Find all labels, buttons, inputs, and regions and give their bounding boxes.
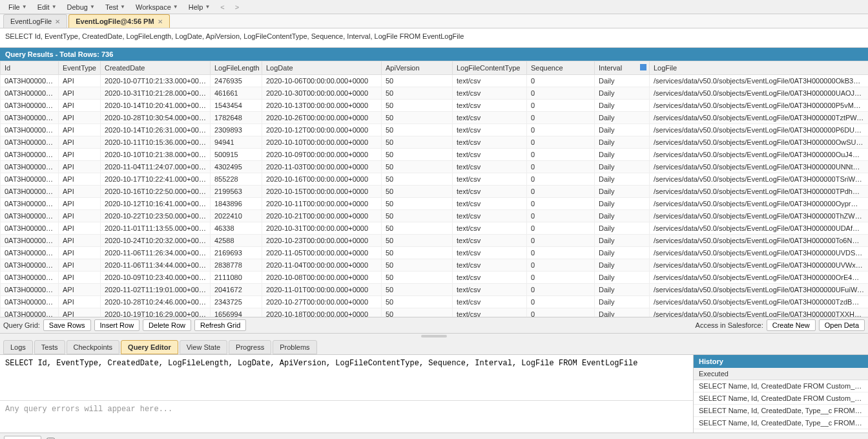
bottom-tab-checkpoints[interactable]: Checkpoints <box>67 340 120 354</box>
table-row[interactable]: 0AT3H000000TP...API2020-10-16T10:22:50.0… <box>1 186 869 198</box>
table-cell[interactable]: 0AT3H000000Ow... <box>1 136 59 149</box>
table-row[interactable]: 0AT3H000000P6...API2020-10-14T10:26:31.0… <box>1 124 869 136</box>
soql-input[interactable] <box>0 355 693 400</box>
table-cell[interactable]: Daily <box>595 161 650 173</box>
table-cell[interactable]: 2020-10-10T10:21:38.000+0000 <box>101 149 211 161</box>
table-cell[interactable]: 0AT3H000000UN... <box>1 161 59 173</box>
nav-back[interactable]: < <box>215 1 229 13</box>
close-icon[interactable]: ✕ <box>158 18 163 25</box>
table-cell[interactable]: 1843896 <box>211 198 262 210</box>
table-cell[interactable]: /services/data/v50.0/sobjects/EventLogFi… <box>650 112 869 124</box>
table-cell[interactable]: text/csv <box>453 210 527 222</box>
column-header[interactable]: LogFile <box>650 61 869 75</box>
table-cell[interactable]: 2020-10-22T10:23:50.000+0000 <box>101 210 211 222</box>
table-cell[interactable]: 50 <box>382 272 453 284</box>
table-cell[interactable]: Daily <box>595 259 650 272</box>
table-cell[interactable]: API <box>59 247 101 259</box>
table-cell[interactable]: 2020-10-09T00:00:00.000+0000 <box>262 149 382 161</box>
table-row[interactable]: 0AT3H000000Or...API2020-10-09T10:23:40.0… <box>1 272 869 284</box>
bottom-tab-logs[interactable]: Logs <box>3 340 33 354</box>
table-cell[interactable]: 2020-10-08T00:00:00.000+0000 <box>262 272 382 284</box>
table-cell[interactable]: API <box>59 210 101 222</box>
table-cell[interactable]: 2020-11-04T11:24:07.000+0000 <box>101 161 211 173</box>
table-cell[interactable]: Daily <box>595 272 650 284</box>
open-detail-button[interactable]: Open Deta <box>819 319 865 331</box>
table-cell[interactable]: 2022410 <box>211 210 262 222</box>
table-cell[interactable]: /services/data/v50.0/sobjects/EventLogFi… <box>650 272 869 284</box>
table-cell[interactable]: text/csv <box>453 100 527 112</box>
table-cell[interactable]: 50 <box>382 210 453 222</box>
table-cell[interactable]: /services/data/v50.0/sobjects/EventLogFi… <box>650 308 869 317</box>
table-cell[interactable]: 2020-10-24T10:20:32.000+0000 <box>101 235 211 247</box>
table-cell[interactable]: 42588 <box>211 235 262 247</box>
table-cell[interactable]: API <box>59 124 101 136</box>
table-cell[interactable]: 0AT3H000000UD... <box>1 222 59 235</box>
table-cell[interactable]: 2020-10-30T00:00:00.000+0000 <box>262 87 382 100</box>
table-cell[interactable]: 2020-10-06T00:00:00.000+0000 <box>262 75 382 87</box>
table-cell[interactable]: 50 <box>382 75 453 87</box>
table-cell[interactable]: text/csv <box>453 222 527 235</box>
table-cell[interactable]: 0 <box>527 161 595 173</box>
table-cell[interactable]: text/csv <box>453 124 527 136</box>
table-cell[interactable]: API <box>59 173 101 186</box>
table-row[interactable]: 0AT3H000000UA...API2020-10-31T10:21:28.0… <box>1 87 869 100</box>
table-cell[interactable]: 0AT3H000000Tzd... <box>1 296 59 308</box>
table-cell[interactable]: 2020-11-02T11:19:01.000+0000 <box>101 284 211 296</box>
table-cell[interactable]: 0AT3H000000UF... <box>1 284 59 296</box>
table-cell[interactable]: 2020-10-13T00:00:00.000+0000 <box>262 100 382 112</box>
table-cell[interactable]: 0AT3H000000UV... <box>1 259 59 272</box>
menu-debug[interactable]: Debug▼ <box>62 1 100 13</box>
table-cell[interactable]: text/csv <box>453 284 527 296</box>
execute-button[interactable]: Execute <box>4 436 41 439</box>
table-cell[interactable]: 2020-11-06T11:34:44.000+0000 <box>101 259 211 272</box>
table-cell[interactable]: Daily <box>595 87 650 100</box>
table-cell[interactable]: text/csv <box>453 308 527 317</box>
editor-tab[interactable]: EventLogFile@4:56 PM✕ <box>68 14 169 28</box>
delete-row-button[interactable]: Delete Row <box>143 319 191 331</box>
table-cell[interactable]: 0AT3H000000UA... <box>1 87 59 100</box>
table-row[interactable]: 0AT3H000000Tzt...API2020-10-28T10:30:54.… <box>1 112 869 124</box>
table-cell[interactable]: 0 <box>527 284 595 296</box>
table-cell[interactable]: 0AT3H000000UV... <box>1 247 59 259</box>
table-cell[interactable]: 0 <box>527 186 595 198</box>
table-cell[interactable]: /services/data/v50.0/sobjects/EventLogFi… <box>650 259 869 272</box>
table-cell[interactable]: 2476935 <box>211 75 262 87</box>
table-row[interactable]: 0AT3H000000P5...API2020-10-14T10:20:41.0… <box>1 100 869 112</box>
table-cell[interactable]: 50 <box>382 173 453 186</box>
table-cell[interactable]: API <box>59 235 101 247</box>
table-cell[interactable]: Daily <box>595 186 650 198</box>
table-row[interactable]: 0AT3H000000Ok...API2020-10-07T10:21:33.0… <box>1 75 869 87</box>
table-cell[interactable]: 0AT3H000000Oy... <box>1 198 59 210</box>
table-cell[interactable]: 2020-11-03T00:00:00.000+0000 <box>262 161 382 173</box>
menu-help[interactable]: Help▼ <box>183 1 216 13</box>
table-cell[interactable]: 2020-10-11T10:15:36.000+0000 <box>101 136 211 149</box>
table-cell[interactable]: API <box>59 296 101 308</box>
table-cell[interactable]: /services/data/v50.0/sobjects/EventLogFi… <box>650 296 869 308</box>
table-cell[interactable]: 0AT3H000000TP... <box>1 186 59 198</box>
column-header[interactable]: LogFileContentType <box>453 61 527 75</box>
table-cell[interactable]: 2020-10-16T10:22:50.000+0000 <box>101 186 211 198</box>
table-cell[interactable]: 50 <box>382 186 453 198</box>
table-cell[interactable]: text/csv <box>453 296 527 308</box>
table-cell[interactable]: 461661 <box>211 87 262 100</box>
bottom-tab-progress[interactable]: Progress <box>229 340 271 354</box>
table-cell[interactable]: 0AT3H000000P6... <box>1 124 59 136</box>
table-cell[interactable]: 4302495 <box>211 161 262 173</box>
table-cell[interactable]: /services/data/v50.0/sobjects/EventLogFi… <box>650 210 869 222</box>
nav-forward[interactable]: > <box>230 1 244 13</box>
table-cell[interactable]: API <box>59 186 101 198</box>
table-cell[interactable]: API <box>59 198 101 210</box>
table-cell[interactable]: 2343725 <box>211 296 262 308</box>
table-cell[interactable]: Daily <box>595 308 650 317</box>
table-cell[interactable]: 50 <box>382 124 453 136</box>
table-row[interactable]: 0AT3H000000Th...API2020-10-22T10:23:50.0… <box>1 210 869 222</box>
table-cell[interactable]: text/csv <box>453 272 527 284</box>
table-cell[interactable]: 0 <box>527 124 595 136</box>
table-cell[interactable]: 50 <box>382 161 453 173</box>
history-item[interactable]: SELECT Name, Id, CreatedDate FROM Custom… <box>694 392 868 405</box>
history-item[interactable]: SELECT Name, Id, CreatedDate, Type__c FR… <box>694 429 868 433</box>
table-cell[interactable]: text/csv <box>453 198 527 210</box>
close-icon[interactable]: ✕ <box>55 18 60 25</box>
column-header[interactable]: CreatedDate <box>101 61 211 75</box>
table-cell[interactable]: Daily <box>595 136 650 149</box>
